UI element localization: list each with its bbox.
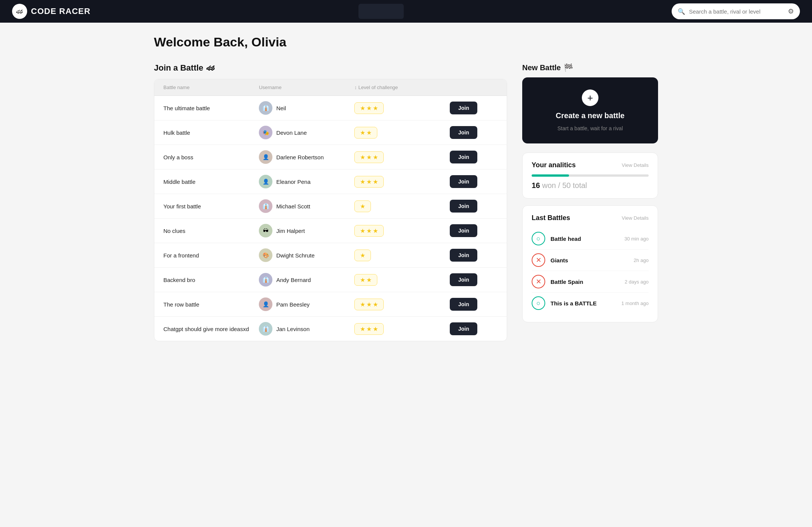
filter-icon[interactable]: ⚙ — [788, 7, 794, 15]
join-cell: Join — [450, 249, 498, 262]
app-title: CODE RACER — [31, 6, 91, 16]
stars-cell: ★★★ — [354, 299, 450, 310]
battle-item-name: Battle head — [551, 236, 619, 242]
logo-emoji: 🏎 — [16, 8, 23, 15]
battle-rows: The ultimate battle 👔 Neil ★★★ Join Hulk… — [154, 96, 507, 341]
battle-item-time: 2h ago — [634, 257, 649, 263]
avatar: 👔 — [259, 273, 272, 287]
star-icon: ★ — [360, 252, 365, 259]
battle-name: Your first battle — [163, 203, 259, 210]
star-icon: ★ — [366, 325, 372, 333]
star-icon: ★ — [360, 154, 365, 161]
stars-cell: ★★★ — [354, 151, 450, 163]
battle-table: Battle name Username ↕ Level of challeng… — [154, 79, 507, 341]
star-icon: ★ — [373, 178, 378, 185]
battle-item-name: Giants — [551, 257, 628, 264]
navbar: 🏎 CODE RACER 🔍 ⚙ — [0, 0, 812, 23]
stars-badge: ★★★ — [354, 225, 384, 237]
col-action — [450, 85, 498, 90]
username: Pam Beesley — [276, 301, 309, 308]
nav-center — [91, 4, 672, 19]
battle-name: No clues — [163, 228, 259, 234]
battle-status-icon: ✕ — [532, 275, 545, 288]
table-row: Chatgpt should give more ideasxd 👔 Jan L… — [154, 317, 507, 341]
battle-status-icon: ○ — [532, 296, 545, 310]
join-button[interactable]: Join — [450, 224, 477, 237]
plus-circle: + — [582, 89, 598, 106]
welcome-heading: Welcome Back, Olivia — [154, 35, 658, 49]
user-cell: 👔 Neil — [259, 101, 354, 115]
logo-area: 🏎 CODE RACER — [12, 4, 91, 19]
last-battles-view-details[interactable]: View Details — [622, 215, 649, 221]
search-icon: 🔍 — [678, 8, 685, 15]
join-button[interactable]: Join — [450, 298, 477, 311]
battle-name: Backend bro — [163, 277, 259, 283]
join-cell: Join — [450, 322, 498, 335]
battle-title-text: Join a Battle — [154, 63, 203, 73]
join-button[interactable]: Join — [450, 126, 477, 139]
search-area: 🔍 ⚙ — [672, 3, 800, 19]
star-icon: ★ — [366, 154, 372, 161]
search-input[interactable] — [689, 8, 784, 15]
user-cell: 👔 Michael Scott — [259, 199, 354, 213]
user-cell: 👤 Darlene Robertson — [259, 150, 354, 164]
create-battle-card[interactable]: + Create a new battle Start a battle, wa… — [522, 77, 658, 143]
join-cell: Join — [450, 273, 498, 286]
avatar: 👤 — [259, 150, 272, 164]
battle-item-name: This is a BATTLE — [551, 300, 616, 307]
star-icon: ★ — [373, 301, 378, 308]
sort-icon[interactable]: ↕ — [354, 85, 357, 90]
stars-cell: ★★ — [354, 274, 450, 286]
star-icon: ★ — [373, 227, 378, 234]
progress-fill — [532, 174, 569, 177]
battle-item-time: 2 days ago — [624, 279, 649, 285]
join-button[interactable]: Join — [450, 273, 477, 286]
username: Devon Lane — [276, 129, 307, 136]
last-battle-item: ○ This is a BATTLE 1 month ago — [532, 293, 649, 314]
last-battle-item: ✕ Battle Spain 2 days ago — [532, 271, 649, 293]
battle-name: For a frontend — [163, 252, 259, 259]
avatar: 🎭 — [259, 126, 272, 139]
battle-item-time: 1 month ago — [621, 300, 649, 306]
username: Jim Halpert — [276, 228, 305, 234]
analytics-card: Your analitics View Details 16 won / 50 … — [522, 153, 658, 199]
search-bar: 🔍 ⚙ — [672, 3, 800, 19]
battle-item-name: Battle Spain — [551, 279, 619, 285]
username: Neil — [276, 105, 286, 111]
join-button[interactable]: Join — [450, 249, 477, 262]
last-battles-card: Last Battles View Details ○ Battle head … — [522, 205, 658, 322]
analytics-title: Your analitics — [532, 161, 576, 169]
progress-bar — [532, 174, 649, 177]
stars-badge: ★ — [354, 250, 371, 261]
sidebar: New Battle 🏁 + Create a new battle Start… — [522, 63, 658, 322]
stars-cell: ★★★ — [354, 102, 450, 114]
stars-cell: ★★★ — [354, 176, 450, 188]
main-content: Welcome Back, Olivia Join a Battle 🏎 Bat… — [142, 23, 670, 353]
col-challenge: ↕ Level of challenge — [354, 85, 450, 90]
username: Andy Bernard — [276, 277, 311, 283]
join-cell: Join — [450, 175, 498, 188]
battle-status-icon: ○ — [532, 232, 545, 245]
user-cell: 👤 Eleanor Pena — [259, 175, 354, 188]
user-cell: 👤 Pam Beesley — [259, 297, 354, 311]
star-icon: ★ — [373, 105, 378, 112]
star-icon: ★ — [360, 203, 365, 210]
stars-cell: ★ — [354, 250, 450, 261]
join-button[interactable]: Join — [450, 102, 477, 114]
last-battles-list: ○ Battle head 30 min ago ✕ Giants 2h ago… — [532, 228, 649, 314]
join-button[interactable]: Join — [450, 175, 477, 188]
won-count: 16 — [532, 181, 540, 190]
last-battles-title: Last Battles — [532, 214, 570, 222]
table-row: The ultimate battle 👔 Neil ★★★ Join — [154, 96, 507, 120]
join-button[interactable]: Join — [450, 322, 477, 335]
star-icon: ★ — [373, 325, 378, 333]
join-button[interactable]: Join — [450, 151, 477, 163]
col-username: Username — [259, 85, 354, 90]
battle-title-emoji: 🏎 — [206, 63, 215, 73]
table-row: For a frontend 🎨 Dwight Schrute ★ Join — [154, 243, 507, 268]
analytics-view-details[interactable]: View Details — [622, 162, 649, 168]
stars-badge: ★★ — [354, 127, 377, 139]
stars-badge: ★ — [354, 200, 371, 212]
join-button[interactable]: Join — [450, 200, 477, 213]
stars-badge: ★★★ — [354, 151, 384, 163]
